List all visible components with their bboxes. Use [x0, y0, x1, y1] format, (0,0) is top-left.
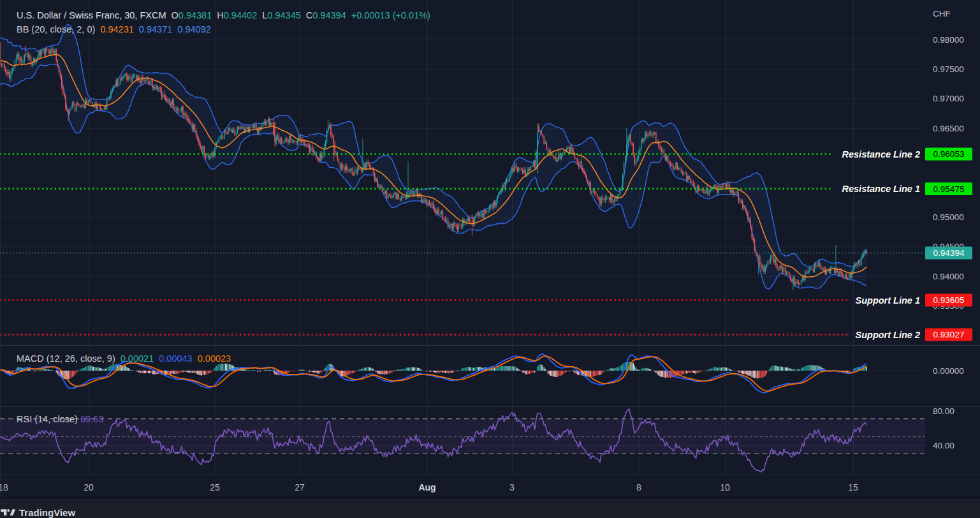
svg-text:MACD (12, 26, close, 9) 0.000: MACD (12, 26, close, 9) 0.00021 0.00043 … — [17, 353, 231, 364]
svg-text:0.96500: 0.96500 — [933, 124, 964, 133]
svg-text:27: 27 — [295, 482, 305, 492]
svg-text:0.97000: 0.97000 — [933, 94, 964, 103]
svg-text:18: 18 — [0, 482, 8, 492]
svg-text:15: 15 — [848, 482, 858, 492]
svg-text:BB (20, close, 2, 0) 0.94231: BB (20, close, 2, 0) 0.94231 0.94371 0.9… — [17, 24, 211, 34]
svg-text:0.95000: 0.95000 — [933, 212, 964, 222]
svg-text:8: 8 — [636, 482, 641, 492]
svg-text:0.00000: 0.00000 — [933, 366, 964, 376]
svg-text:TradingView: TradingView — [19, 507, 75, 518]
svg-text:3: 3 — [509, 482, 515, 492]
svg-text:Support Line 2: Support Line 2 — [856, 330, 921, 340]
svg-text:CHF: CHF — [933, 9, 951, 18]
svg-text:25: 25 — [210, 482, 220, 492]
svg-text:0.96053: 0.96053 — [933, 149, 965, 159]
svg-text:RSI (14, close) 69.63: RSI (14, close) 69.63 — [17, 414, 103, 424]
svg-text:0.97500: 0.97500 — [933, 64, 964, 74]
svg-text:20: 20 — [84, 482, 94, 492]
svg-text:80.00: 80.00 — [933, 406, 954, 416]
svg-text:Resistance Line 1: Resistance Line 1 — [842, 184, 921, 194]
svg-text:0.93027: 0.93027 — [933, 330, 965, 339]
svg-text:0.95475: 0.95475 — [933, 184, 965, 194]
svg-text:0.93605: 0.93605 — [933, 295, 965, 305]
svg-text:40.00: 40.00 — [933, 441, 954, 450]
svg-text:Aug: Aug — [418, 482, 435, 492]
svg-text:10: 10 — [720, 482, 730, 492]
svg-text:0.94000: 0.94000 — [933, 272, 964, 281]
svg-text:0.98000: 0.98000 — [933, 35, 964, 45]
svg-text:Resistance Line 2: Resistance Line 2 — [842, 149, 921, 159]
svg-text:0.94394: 0.94394 — [933, 248, 965, 258]
svg-text:U.S. Dollar / Swiss Franc, 30,: U.S. Dollar / Swiss Franc, 30, FXCM O0.9… — [17, 10, 430, 20]
svg-text:Support Line 1: Support Line 1 — [856, 295, 921, 306]
